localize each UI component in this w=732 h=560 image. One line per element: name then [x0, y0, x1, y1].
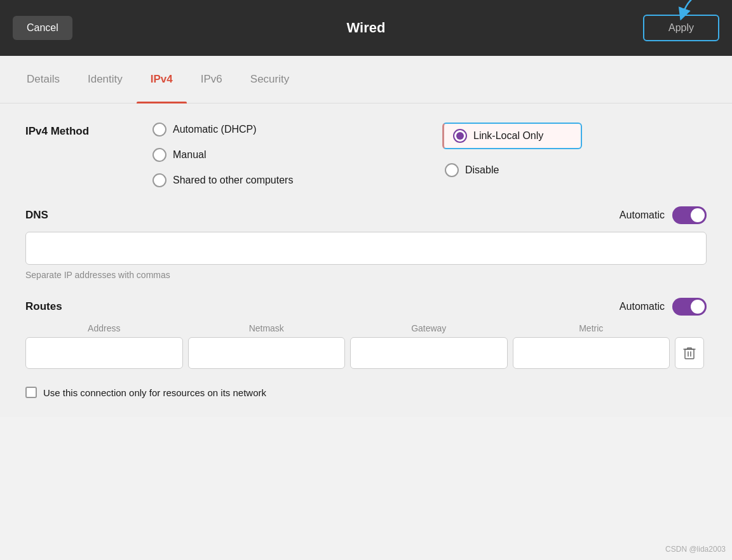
radio-circle-manual	[152, 148, 166, 162]
ipv4-method-section: IPv4 Method Automatic (DHCP) Manual Shar…	[25, 123, 707, 187]
routes-auto-row: Automatic	[620, 298, 707, 316]
routes-auto-label: Automatic	[620, 301, 665, 312]
methods-right: Link-Local Only Disable	[442, 123, 707, 177]
route-gateway-input[interactable]	[350, 337, 508, 369]
dns-header: DNS Automatic	[25, 206, 707, 224]
dns-hint: Separate IP addresses with commas	[25, 270, 707, 280]
radio-label-linklocal: Link-Local Only	[473, 130, 543, 142]
svg-rect-0	[685, 349, 694, 359]
col-action	[675, 323, 707, 333]
col-metric: Metric	[513, 323, 670, 333]
radio-auto[interactable]: Automatic (DHCP)	[152, 123, 417, 137]
method-label: IPv4 Method	[25, 123, 152, 138]
dns-auto-label: Automatic	[620, 210, 665, 221]
route-netmask-input[interactable]	[188, 337, 346, 369]
dns-input[interactable]	[25, 232, 707, 265]
col-netmask: Netmask	[188, 323, 346, 333]
radio-shared[interactable]: Shared to other computers	[152, 173, 417, 187]
methods-wrapper: Automatic (DHCP) Manual Shared to other …	[152, 123, 707, 187]
tab-ipv4[interactable]: IPv4	[137, 56, 187, 103]
tab-identity[interactable]: Identity	[74, 56, 137, 103]
radio-label-shared: Shared to other computers	[173, 175, 293, 186]
window-title: Wired	[347, 20, 386, 36]
routes-row	[25, 337, 707, 369]
tab-details[interactable]: Details	[13, 56, 74, 103]
dns-toggle-knob	[691, 208, 705, 222]
dns-auto-row: Automatic	[620, 206, 707, 224]
trash-icon	[683, 346, 696, 360]
routes-header: Routes Automatic	[25, 298, 707, 316]
radio-disable[interactable]: Disable	[445, 163, 499, 177]
radio-label-auto: Automatic (DHCP)	[173, 124, 257, 135]
apply-button[interactable]: Apply	[643, 15, 719, 41]
link-local-box: Link-Local Only	[442, 123, 582, 149]
routes-columns: Address Netmask Gateway Metric	[25, 323, 707, 333]
resources-checkbox[interactable]	[25, 387, 37, 398]
tabs-bar: Details Identity IPv4 IPv6 Security	[0, 56, 732, 103]
content-area: IPv4 Method Automatic (DHCP) Manual Shar…	[0, 103, 732, 417]
routes-section: Routes Automatic Address Netmask Gateway…	[25, 298, 707, 369]
radio-circle-disable	[445, 163, 459, 177]
radio-label-disable: Disable	[465, 164, 499, 176]
radio-manual[interactable]: Manual	[152, 148, 417, 162]
header: Cancel Wired Apply	[0, 0, 732, 56]
col-gateway: Gateway	[350, 323, 508, 333]
radio-label-manual: Manual	[173, 149, 206, 161]
tab-security[interactable]: Security	[236, 56, 303, 103]
radio-circle-linklocal	[453, 129, 467, 143]
route-delete-button[interactable]	[675, 337, 704, 369]
routes-toggle-knob	[691, 300, 705, 314]
cancel-button[interactable]: Cancel	[13, 16, 72, 40]
routes-label: Routes	[25, 300, 62, 313]
dns-label: DNS	[25, 209, 48, 222]
apply-btn-wrapper: Apply	[643, 15, 719, 41]
dns-section: DNS Automatic Separate IP addresses with…	[25, 206, 707, 280]
watermark: CSDN @lida2003	[665, 545, 726, 554]
route-address-input[interactable]	[25, 337, 183, 369]
route-metric-input[interactable]	[513, 337, 670, 369]
dns-toggle[interactable]	[672, 206, 707, 224]
col-address: Address	[25, 323, 183, 333]
checkbox-row: Use this connection only for resources o…	[25, 387, 707, 398]
checkbox-label: Use this connection only for resources o…	[43, 387, 266, 398]
routes-toggle[interactable]	[672, 298, 707, 316]
radio-circle-auto	[152, 123, 166, 137]
methods-left: Automatic (DHCP) Manual Shared to other …	[152, 123, 417, 187]
method-row: IPv4 Method Automatic (DHCP) Manual Shar…	[25, 123, 707, 187]
radio-circle-shared	[152, 173, 166, 187]
tab-ipv6[interactable]: IPv6	[187, 56, 236, 103]
